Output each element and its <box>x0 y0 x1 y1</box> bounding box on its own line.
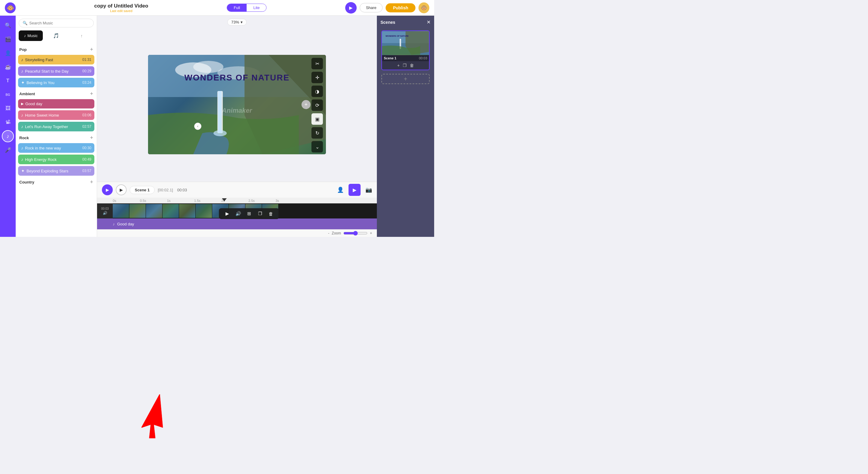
track-duration: 00:49 <box>82 157 91 161</box>
sidebar-item-media[interactable]: 🖼 <box>2 102 14 115</box>
sidebar-item-scenes[interactable]: 🎬 <box>2 33 14 45</box>
section-pop-title: Pop <box>19 47 27 52</box>
scissors-tool-button[interactable]: ✂ <box>311 58 323 69</box>
zoom-minus-label[interactable]: - <box>328 231 329 235</box>
timeline-tracks: 00:03 🔊 <box>97 203 377 229</box>
section-country-add-button[interactable]: + <box>90 179 93 185</box>
mode-lite-button[interactable]: Lite <box>247 4 266 11</box>
sidebar-item-bg[interactable]: BG <box>2 89 14 101</box>
film-strip-button[interactable]: ▶ <box>348 184 361 196</box>
scenes-header: Scenes ✕ <box>377 16 434 29</box>
video-canvas: WONDERS OF NATURE Animaker ✂ ✛ ◑ ⟳ ▣ ↻ ⌄ <box>148 55 326 154</box>
tl-delete-button[interactable]: 🗑 <box>267 210 275 218</box>
sidebar-item-search[interactable]: 🔍 <box>2 19 14 31</box>
time-duration: 00:03 <box>177 188 187 192</box>
filter-tool-button[interactable]: ▣ <box>311 113 323 125</box>
sidebar-item-people[interactable]: 👤 <box>2 47 14 59</box>
props-icon: ☕ <box>5 64 11 70</box>
title-block: copy of Untitled Video Last edit saved <box>94 3 148 13</box>
sidebar-item-video[interactable]: 📽 <box>2 116 14 128</box>
tab-upload[interactable]: ↑ <box>70 30 94 41</box>
logo-button[interactable]: 🐵 <box>5 2 16 13</box>
timeline-toolbar: ▶ 🔊 ⊞ ❐ 🗑 <box>219 208 279 219</box>
alt-play-button[interactable]: ▶ <box>116 184 127 195</box>
bg-icon: BG <box>6 93 10 96</box>
track-music-icon: ♪ <box>21 157 23 162</box>
logo-icon: 🐵 <box>7 4 14 11</box>
zoom-slider[interactable] <box>343 231 368 235</box>
track-star-icon: ✦ <box>21 80 25 85</box>
track-peaceful-start[interactable]: ♪ Peaceful Start to the Day 00:29 <box>18 66 94 76</box>
zoom-badge[interactable]: 73% ▾ <box>227 19 247 26</box>
track-left: ✦ Believing In You <box>21 80 55 85</box>
track-music-icon: ♪ <box>21 124 23 129</box>
ruler-tick-1s: 1s <box>167 199 194 202</box>
panel-collapse-button[interactable]: ‹ <box>194 123 202 130</box>
scene-name: Scene 1 <box>384 56 397 60</box>
crop-tool-button[interactable]: ⟳ <box>311 99 323 111</box>
zoom-plus-label[interactable]: + <box>370 231 372 235</box>
track-music-icon: ♪ <box>21 146 23 150</box>
track-lets-run-away[interactable]: ♪ Let's Run Away Together 02:57 <box>18 122 94 131</box>
video-canvas-wrap: WONDERS OF NATURE Animaker ✂ ✛ ◑ ⟳ ▣ ↻ ⌄… <box>97 27 377 182</box>
search-icon-small: 🔍 <box>23 21 27 25</box>
sidebar-item-music[interactable]: ♪ <box>2 130 14 142</box>
track-storytelling-fast[interactable]: ♪ Storytelling Fast 01:31 <box>18 55 94 64</box>
search-music-input[interactable] <box>29 21 90 25</box>
contrast-tool-button[interactable]: ◑ <box>311 86 323 97</box>
mode-toggle-group: Full Lite <box>227 4 267 12</box>
track-name: Let's Run Away Together <box>25 124 68 129</box>
scene-delete-button[interactable]: 🗑 <box>410 63 414 68</box>
section-pop-add-button[interactable]: + <box>90 46 93 53</box>
section-rock-add-button[interactable]: + <box>90 135 93 141</box>
scene-duration: 00:03 <box>419 56 427 60</box>
track-music-icon: ♪ <box>21 113 23 118</box>
avatar[interactable]: 🐵 <box>418 2 429 13</box>
track-rock-new-way[interactable]: ♪ Rock in the new way 00:30 <box>18 143 94 153</box>
scenes-close-button[interactable]: ✕ <box>427 19 431 25</box>
track-good-day[interactable]: ▶ Good day <box>18 99 94 108</box>
move-tool-button[interactable]: ✛ <box>311 72 323 83</box>
refresh-tool-button[interactable]: ↻ <box>311 127 323 138</box>
track-home-sweet-home[interactable]: ♪ Home Sweet Home 03:06 <box>18 110 94 120</box>
video-track-label: 00:03 🔊 <box>97 203 113 218</box>
more-tool-button[interactable]: ⌄ <box>311 141 323 153</box>
add-scene-button[interactable]: + <box>381 74 430 84</box>
scene-add-button[interactable]: + <box>397 63 400 68</box>
section-pop-header: Pop + <box>16 44 97 54</box>
section-country-title: Country <box>19 180 34 184</box>
topbar-left: 🐵 <box>5 2 16 13</box>
track-name: Peaceful Start to the Day <box>25 69 69 73</box>
tl-play-button[interactable]: ▶ <box>223 210 231 218</box>
tab-sound[interactable]: 🎵 <box>44 30 68 41</box>
tl-volume-button[interactable]: 🔊 <box>234 210 242 218</box>
main-play-button[interactable]: ▶ <box>102 184 113 195</box>
camera-icon[interactable]: 📷 <box>365 187 372 193</box>
share-button[interactable]: Share <box>360 3 383 12</box>
sidebar-item-record[interactable]: 🎤 <box>2 144 14 156</box>
person-icon[interactable]: 👤 <box>337 187 344 193</box>
track-duration: 03:24 <box>82 81 91 85</box>
publish-button[interactable]: Publish <box>385 3 415 12</box>
preview-play-button[interactable]: ▶ <box>345 2 356 13</box>
text-icon: T <box>6 78 9 84</box>
track-left: ▶ Good day <box>21 101 42 106</box>
track-name: Believing In You <box>27 81 55 85</box>
sidebar-item-text[interactable]: T <box>2 75 14 87</box>
sidebar-item-props[interactable]: ☕ <box>2 61 14 73</box>
icon-bar: 🔍 🎬 👤 ☕ T BG 🖼 📽 ♪ 🎤 <box>0 16 16 237</box>
scene-thumb-1[interactable]: WONDERS OF NATURE Scene 1 00:03 + ❐ 🗑 <box>381 30 430 70</box>
play-icon: ▶ <box>349 5 353 10</box>
track-duration: 00:30 <box>82 146 91 150</box>
track-believing-in-you[interactable]: ✦ Believing In You 03:24 <box>18 78 94 87</box>
tl-crop-button[interactable]: ⊞ <box>245 210 253 218</box>
track-name: Storytelling Fast <box>25 58 53 62</box>
track-high-energy-rock[interactable]: ♪ High Energy Rock 00:49 <box>18 155 94 164</box>
scene-duplicate-button[interactable]: ❐ <box>403 63 407 68</box>
track-beyond-exploding[interactable]: ✦ Beyond Exploding Stars 03:57 <box>18 166 94 176</box>
add-element-button[interactable]: + <box>302 100 311 109</box>
mode-full-button[interactable]: Full <box>227 4 247 11</box>
section-ambient-add-button[interactable]: + <box>90 91 93 97</box>
tab-music[interactable]: ♪ Music <box>19 30 43 41</box>
tl-duplicate-button[interactable]: ❐ <box>256 210 264 218</box>
